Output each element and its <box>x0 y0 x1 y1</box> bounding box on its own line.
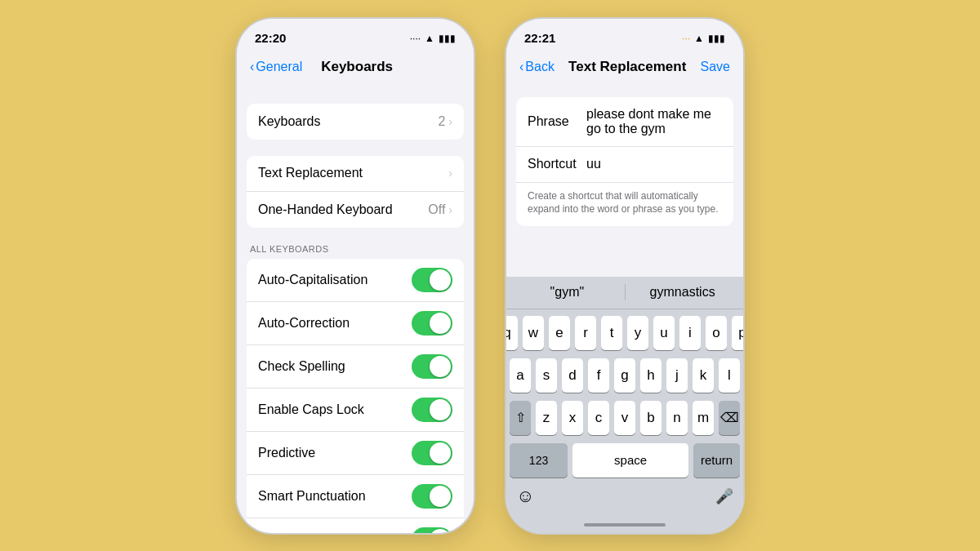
predictive-label: Predictive <box>258 446 315 460</box>
key-h[interactable]: h <box>640 358 662 393</box>
autocomplete-gym[interactable]: "gym" <box>510 283 625 301</box>
keyboards-label: Keyboards <box>258 114 321 129</box>
auto-correct-label: Auto-Correction <box>258 316 350 331</box>
back-button-right[interactable]: ‹ Back <box>519 60 555 74</box>
key-j[interactable]: j <box>666 358 688 393</box>
text-replacement-chevron: › <box>448 167 452 180</box>
key-b[interactable]: b <box>640 401 662 435</box>
keyboards-card: Keyboards 2 › <box>247 104 464 140</box>
key-z[interactable]: z <box>536 401 557 435</box>
all-keyboards-section: ALL KEYBOARDS Auto-Capitalisation Auto-C… <box>237 244 474 533</box>
form-hint: Create a shortcut that will automaticall… <box>516 183 733 227</box>
caps-lock-label: Enable Caps Lock <box>258 402 364 417</box>
key-a[interactable]: a <box>510 358 531 393</box>
text-replacement-label: Text Replacement <box>258 166 363 180</box>
backspace-key[interactable]: ⌫ <box>719 401 740 435</box>
back-button-left[interactable]: ‹ General <box>250 60 302 74</box>
keyboards-item[interactable]: Keyboards 2 › <box>247 104 464 140</box>
key-q[interactable]: q <box>506 316 518 350</box>
key-e[interactable]: e <box>549 316 570 350</box>
key-w[interactable]: w <box>523 316 544 350</box>
predictive-toggle[interactable] <box>412 441 452 465</box>
key-p[interactable]: p <box>732 316 743 350</box>
key-d[interactable]: d <box>562 358 583 393</box>
phrase-value[interactable]: please dont make me go to the gym <box>586 107 722 136</box>
key-g[interactable]: g <box>614 358 635 393</box>
key-y[interactable]: y <box>627 316 648 350</box>
key-k[interactable]: k <box>693 358 714 393</box>
status-icons-left: ···· ▲ ▮▮▮ <box>410 33 456 44</box>
left-iphone: 22:20 ···· ▲ ▮▮▮ ‹ General Keyboards Key… <box>237 19 474 533</box>
all-keyboards-header: ALL KEYBOARDS <box>237 244 474 259</box>
caps-lock-toggle[interactable] <box>412 398 452 422</box>
shortcut-field-label: Shortcut <box>528 157 586 171</box>
check-spelling-toggle[interactable] <box>412 354 452 379</box>
auto-correct-toggle[interactable] <box>412 311 452 335</box>
keyboards-count: 2 <box>438 114 445 129</box>
battery-icon: ▮▮▮ <box>439 33 456 44</box>
keyboards-section: Keyboards 2 › <box>237 104 474 140</box>
key-x[interactable]: x <box>562 401 583 435</box>
key-f[interactable]: f <box>588 358 609 393</box>
phrase-label: Phrase <box>528 114 586 129</box>
shift-key[interactable]: ⇧ <box>510 401 531 435</box>
toggle-smart-punct: Smart Punctuation <box>247 475 464 518</box>
shortcut-value[interactable]: uu <box>586 157 722 171</box>
toggles-card: Auto-Capitalisation Auto-Correction Chec… <box>247 259 464 533</box>
nav-bar-right: ‹ Back Text Replacement Save <box>506 51 743 87</box>
status-icons-right: ··· ▲ ▮▮▮ <box>682 33 725 44</box>
slide-to-type-toggle[interactable] <box>412 527 452 533</box>
screen-content-left: Keyboards 2 › Text Replacement › O <box>237 87 474 533</box>
status-bar-left: 22:20 ···· ▲ ▮▮▮ <box>237 19 474 51</box>
autocomplete-gymnastics[interactable]: gymnastics <box>625 283 740 301</box>
home-bar <box>584 523 666 527</box>
key-s[interactable]: s <box>536 358 557 393</box>
mic-key[interactable]: 🎤 <box>715 487 733 505</box>
check-spelling-label: Check Spelling <box>258 359 345 374</box>
key-u[interactable]: u <box>653 316 675 350</box>
keyboard-area: "gym" gymnastics q w e r t y u i o p a s <box>506 277 743 533</box>
kb-row-4: 123 space return <box>510 443 740 478</box>
shortcut-row: Shortcut uu <box>516 147 733 183</box>
status-bar-right: 22:21 ··· ▲ ▮▮▮ <box>506 19 743 51</box>
wifi-icon: ▲ <box>425 33 434 44</box>
key-c[interactable]: c <box>588 401 609 435</box>
nav-title-left: Keyboards <box>321 59 393 75</box>
key-l[interactable]: l <box>719 358 740 393</box>
save-button[interactable]: Save <box>701 60 730 74</box>
kb-row-2: a s d f g h j k l <box>510 358 740 393</box>
key-i[interactable]: i <box>679 316 701 350</box>
wifi-icon-right: ▲ <box>694 33 704 44</box>
key-o[interactable]: o <box>706 316 727 350</box>
text-replacement-right: › <box>448 167 452 180</box>
auto-cap-toggle[interactable] <box>412 268 452 292</box>
key-n[interactable]: n <box>666 401 688 435</box>
chevron-left-icon: ‹ <box>250 60 254 74</box>
space-key[interactable]: space <box>572 443 688 478</box>
autocomplete-bar: "gym" gymnastics <box>506 277 743 309</box>
one-handed-value: Off <box>428 202 445 217</box>
toggle-auto-cap: Auto-Capitalisation <box>247 259 464 302</box>
kb-row-1: q w e r t y u i o p <box>510 316 740 350</box>
key-r[interactable]: r <box>575 316 596 350</box>
numbers-key[interactable]: 123 <box>510 443 568 478</box>
toggle-auto-correct: Auto-Correction <box>247 302 464 345</box>
one-handed-right: Off › <box>428 202 452 217</box>
key-v[interactable]: v <box>614 401 635 435</box>
return-key[interactable]: return <box>693 443 740 478</box>
key-m[interactable]: m <box>693 401 714 435</box>
emoji-key[interactable]: ☺ <box>516 486 534 507</box>
one-handed-item[interactable]: One-Handed Keyboard Off › <box>247 192 464 228</box>
keyboard-rows: q w e r t y u i o p a s d f g h j k <box>506 309 743 481</box>
slide-to-type-label: Slide to Type <box>258 532 333 533</box>
kb-bottom-row: ☺ 🎤 <box>506 481 743 517</box>
one-handed-chevron: › <box>448 203 452 216</box>
text-replacement-item[interactable]: Text Replacement › <box>247 156 464 192</box>
kb-row-3: ⇧ z x c v b n m ⌫ <box>510 401 740 435</box>
toggle-check-spelling: Check Spelling <box>247 345 464 389</box>
key-t[interactable]: t <box>601 316 622 350</box>
nav-bar-left: ‹ General Keyboards <box>237 51 474 87</box>
smart-punct-label: Smart Punctuation <box>258 489 366 504</box>
smart-punct-toggle[interactable] <box>412 484 452 509</box>
auto-cap-label: Auto-Capitalisation <box>258 273 368 287</box>
